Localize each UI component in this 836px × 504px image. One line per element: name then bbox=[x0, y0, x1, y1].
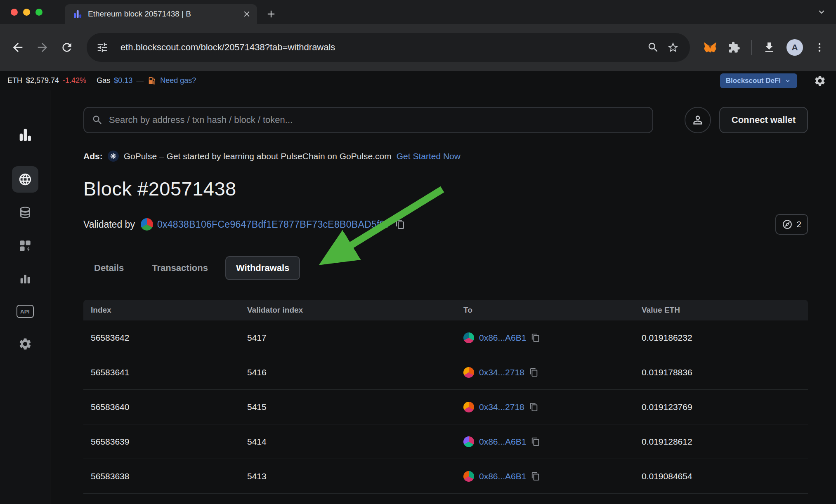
chevron-down-icon bbox=[784, 77, 791, 85]
cell-index: 56583642 bbox=[83, 333, 240, 343]
validator-avatar bbox=[141, 218, 153, 231]
browser-profile-avatar[interactable]: A bbox=[786, 39, 803, 56]
sidebar-item-apps[interactable] bbox=[18, 239, 32, 253]
cell-value: 0.019123769 bbox=[634, 402, 808, 412]
toolbar-divider bbox=[751, 40, 752, 55]
address-avatar bbox=[463, 436, 474, 447]
gear-icon bbox=[18, 337, 32, 351]
connect-wallet-button[interactable]: Connect wallet bbox=[719, 107, 808, 133]
table-header-row: Index Validator index To Value ETH bbox=[83, 300, 808, 320]
back-icon[interactable] bbox=[11, 40, 25, 54]
blockscout-favicon bbox=[72, 9, 83, 19]
withdrawals-table: Index Validator index To Value ETH 56583… bbox=[83, 300, 808, 494]
toolbar-actions: A bbox=[703, 39, 825, 56]
to-address-link[interactable]: 0x34...2718 bbox=[479, 367, 524, 377]
cell-to: 0x86...A6B1 bbox=[456, 332, 634, 343]
tab-details[interactable]: Details bbox=[83, 256, 135, 280]
tab-withdrawals[interactable]: Withdrawals bbox=[225, 256, 300, 280]
copy-icon[interactable] bbox=[531, 437, 540, 446]
gas-price-link[interactable]: $0.13 bbox=[114, 76, 132, 85]
copy-address-icon[interactable] bbox=[395, 219, 405, 229]
cell-to: 0x34...2718 bbox=[456, 367, 634, 378]
copy-icon[interactable] bbox=[531, 472, 540, 481]
tab-title: Ethereum block 20571438 | B bbox=[88, 9, 237, 19]
cell-value: 0.019128612 bbox=[634, 437, 808, 447]
cell-validator-index: 5414 bbox=[240, 437, 456, 447]
window-close-button[interactable] bbox=[11, 9, 18, 16]
network-stats-bar: ETH $2,579.74 -1.42% Gas $0.13 — Need ga… bbox=[0, 71, 836, 90]
col-header-value: Value ETH bbox=[634, 306, 808, 315]
cell-index: 56583641 bbox=[83, 367, 240, 377]
cell-value: 0.019178836 bbox=[634, 367, 808, 377]
new-tab-icon[interactable] bbox=[265, 8, 277, 20]
sidebar: API bbox=[0, 90, 50, 504]
metamask-icon[interactable] bbox=[703, 40, 717, 54]
bar-chart-icon bbox=[18, 272, 32, 286]
ads-text: GoPulse – Get started by learning about … bbox=[124, 151, 392, 161]
tab-search-chevron-icon[interactable] bbox=[816, 7, 827, 17]
window-zoom-button[interactable] bbox=[35, 9, 43, 16]
coins-icon bbox=[18, 205, 33, 220]
cell-index: 56583639 bbox=[83, 437, 240, 447]
blockscout-logo[interactable] bbox=[17, 127, 33, 143]
cell-validator-index: 5417 bbox=[240, 333, 456, 343]
extensions-icon[interactable] bbox=[728, 41, 740, 54]
eth-label: ETH bbox=[7, 76, 22, 85]
sidebar-item-api[interactable]: API bbox=[17, 305, 34, 318]
sidebar-item-explorer[interactable] bbox=[12, 166, 38, 193]
block-tabs: Details Transactions Withdrawals bbox=[83, 256, 808, 280]
explorers-count: 2 bbox=[796, 219, 801, 229]
validator-address-link[interactable]: 0x4838B106FCe9647Bdf1E7877BF73cE8B0BAD5f… bbox=[157, 219, 390, 230]
copy-icon[interactable] bbox=[531, 333, 540, 342]
cell-to: 0x86...A6B1 bbox=[456, 471, 634, 482]
bookmark-star-icon[interactable] bbox=[667, 41, 679, 54]
gas-pump-icon bbox=[147, 76, 156, 85]
cell-value: 0.019084654 bbox=[634, 471, 808, 481]
to-address-link[interactable]: 0x86...A6B1 bbox=[479, 471, 526, 481]
gas-stat: Gas $0.13 — Need gas? bbox=[97, 76, 196, 85]
tab-transactions[interactable]: Transactions bbox=[141, 256, 219, 280]
to-address-link[interactable]: 0x86...A6B1 bbox=[479, 333, 526, 343]
to-address-link[interactable]: 0x34...2718 bbox=[479, 402, 524, 412]
table-row: 56583642 5417 0x86...A6B1 0.019186232 bbox=[83, 320, 808, 355]
copy-icon[interactable] bbox=[529, 403, 538, 412]
window-minimize-button[interactable] bbox=[23, 9, 30, 16]
reload-icon[interactable] bbox=[60, 41, 73, 54]
eth-price-stat: ETH $2,579.74 -1.42% bbox=[7, 76, 86, 85]
browser-toolbar: eth.blockscout.com/block/20571438?tab=wi… bbox=[0, 24, 836, 71]
address-avatar bbox=[463, 402, 474, 412]
cell-index: 56583638 bbox=[83, 471, 240, 481]
cell-validator-index: 5416 bbox=[240, 367, 456, 377]
downloads-icon[interactable] bbox=[763, 41, 776, 54]
settings-gear-icon[interactable] bbox=[814, 75, 826, 87]
validated-by-label: Validated by bbox=[83, 219, 135, 230]
search-tabs-icon[interactable] bbox=[647, 41, 659, 54]
to-address-link[interactable]: 0x86...A6B1 bbox=[479, 437, 526, 447]
ads-cta-link[interactable]: Get Started Now bbox=[397, 151, 461, 161]
sidebar-item-charts[interactable] bbox=[18, 272, 32, 286]
address-bar[interactable]: eth.blockscout.com/block/20571438?tab=wi… bbox=[87, 33, 690, 62]
search-icon bbox=[92, 114, 103, 126]
col-header-validator-index: Validator index bbox=[240, 306, 456, 315]
table-row: 56583641 5416 0x34...2718 0.019178836 bbox=[83, 355, 808, 390]
blockscout-defi-dropdown[interactable]: Blockscout DeFi bbox=[720, 73, 797, 88]
browser-tab[interactable]: Ethereum block 20571438 | B bbox=[65, 4, 257, 24]
compass-icon bbox=[782, 219, 793, 230]
address-avatar bbox=[463, 367, 474, 378]
site-settings-icon[interactable] bbox=[92, 37, 113, 58]
need-gas-link[interactable]: Need gas? bbox=[160, 76, 196, 85]
gas-dash: — bbox=[136, 76, 144, 85]
block-explorers-badge[interactable]: 2 bbox=[775, 214, 808, 235]
search-input[interactable] bbox=[109, 115, 645, 125]
sidebar-item-tokens[interactable] bbox=[18, 205, 33, 220]
apps-grid-icon bbox=[18, 239, 32, 253]
cell-to: 0x86...A6B1 bbox=[456, 436, 634, 447]
forward-icon[interactable] bbox=[35, 40, 50, 54]
search-bar[interactable] bbox=[83, 107, 653, 133]
copy-icon[interactable] bbox=[529, 368, 538, 377]
tab-close-icon[interactable] bbox=[242, 9, 251, 19]
sidebar-item-settings[interactable] bbox=[18, 337, 32, 351]
url-text[interactable]: eth.blockscout.com/block/20571438?tab=wi… bbox=[120, 42, 640, 53]
browser-menu-icon[interactable] bbox=[814, 42, 825, 53]
account-button[interactable] bbox=[685, 107, 711, 133]
